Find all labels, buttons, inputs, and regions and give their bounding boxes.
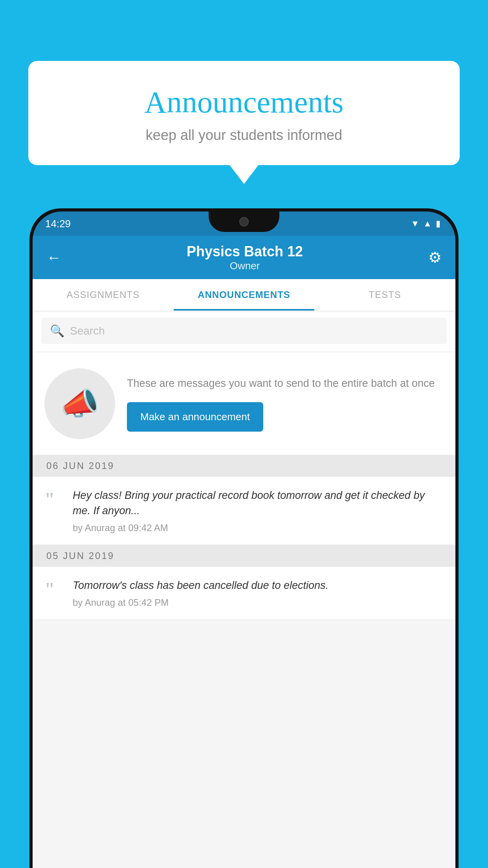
search-icon: 🔍 xyxy=(50,324,64,338)
announcement-promo: 📣 These are messages you want to send to… xyxy=(33,353,455,455)
announcement-meta-1: by Anurag at 09:42 AM xyxy=(73,522,444,533)
speech-bubble-container: Announcements keep all your students inf… xyxy=(28,61,460,165)
speech-bubble: Announcements keep all your students inf… xyxy=(28,61,460,165)
date-separator-1: 06 JUN 2019 xyxy=(33,455,455,477)
notch xyxy=(209,211,279,232)
screen-content: 🔍 Search 📣 These are messages you want t… xyxy=(33,311,455,868)
promo-icon-circle: 📣 xyxy=(44,368,115,439)
signal-icon: ▲ xyxy=(423,219,432,229)
announcement-item-2[interactable]: " Tomorrow's class has been cancelled du… xyxy=(33,567,455,620)
tab-announcements[interactable]: ANNOUNCEMENTS xyxy=(174,279,315,311)
speech-bubble-title: Announcements xyxy=(44,85,444,120)
status-time: 14:29 xyxy=(45,218,71,230)
date-label-1: 06 JUN 2019 xyxy=(46,460,114,471)
promo-description: These are messages you want to send to t… xyxy=(127,376,444,391)
back-button[interactable]: ← xyxy=(46,249,61,266)
announcement-content-2: Tomorrow's class has been cancelled due … xyxy=(73,578,444,608)
settings-icon[interactable]: ⚙ xyxy=(428,249,442,266)
wifi-icon: ▼ xyxy=(411,219,419,229)
phone-frame: 14:29 ▼ ▲ ▮ ← Physics Batch 12 Owner ⚙ A… xyxy=(29,208,459,868)
header-subtitle: Owner xyxy=(187,260,303,272)
announcement-item-1[interactable]: " Hey class! Bring your practical record… xyxy=(33,477,455,545)
battery-icon: ▮ xyxy=(436,219,440,229)
megaphone-icon: 📣 xyxy=(60,385,99,422)
header-title: Physics Batch 12 xyxy=(187,243,303,260)
tab-assignments[interactable]: ASSIGNMENTS xyxy=(33,279,174,311)
quote-icon-1: " xyxy=(44,490,64,509)
announcement-text-1: Hey class! Bring your practical record b… xyxy=(73,488,444,519)
app-header: ← Physics Batch 12 Owner ⚙ xyxy=(33,236,455,279)
header-title-container: Physics Batch 12 Owner xyxy=(187,243,303,272)
tabs-bar: ASSIGNMENTS ANNOUNCEMENTS TESTS xyxy=(33,279,455,311)
promo-text-section: These are messages you want to send to t… xyxy=(127,376,444,432)
date-label-2: 05 JUN 2019 xyxy=(46,550,114,561)
camera xyxy=(239,217,249,226)
search-placeholder: Search xyxy=(70,325,105,337)
search-bar[interactable]: 🔍 Search xyxy=(41,318,447,344)
announcement-content-1: Hey class! Bring your practical record b… xyxy=(73,488,444,533)
status-icons: ▼ ▲ ▮ xyxy=(411,219,440,229)
speech-bubble-subtitle: keep all your students informed xyxy=(44,127,444,143)
announcement-text-2: Tomorrow's class has been cancelled due … xyxy=(73,578,444,593)
make-announcement-button[interactable]: Make an announcement xyxy=(127,402,263,432)
announcement-meta-2: by Anurag at 05:42 PM xyxy=(73,597,444,608)
quote-icon-2: " xyxy=(44,580,64,599)
tab-tests[interactable]: TESTS xyxy=(314,279,455,311)
date-separator-2: 05 JUN 2019 xyxy=(33,545,455,567)
phone-inner: 14:29 ▼ ▲ ▮ ← Physics Batch 12 Owner ⚙ A… xyxy=(33,211,455,868)
search-bar-container: 🔍 Search xyxy=(33,311,455,351)
